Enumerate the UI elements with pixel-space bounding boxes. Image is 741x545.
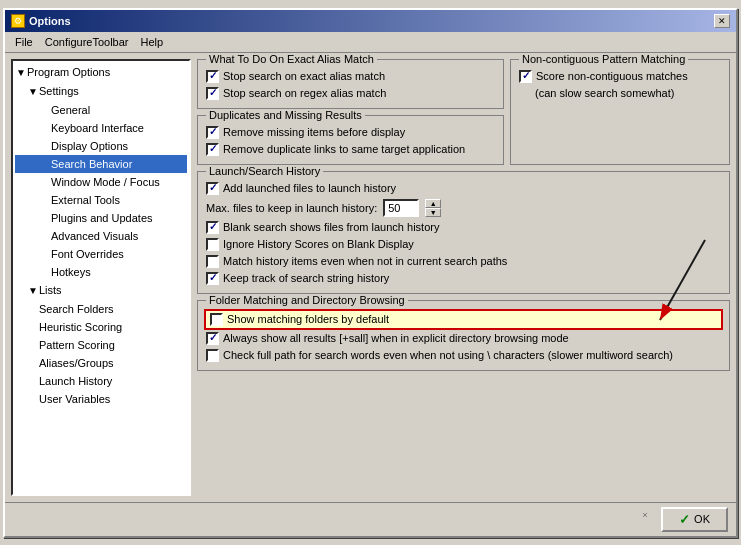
blank-search-label[interactable]: Blank search shows files from launch his… [223, 221, 439, 233]
ignore-scores-checkbox[interactable] [206, 238, 219, 251]
tree-plugins-updates[interactable]: Plugins and Updates [15, 209, 187, 227]
right-wrapper: What To Do On Exact Alias Match Stop sea… [197, 59, 730, 496]
show-matching-row: Show matching folders by default [206, 311, 721, 328]
ignore-scores-label[interactable]: Ignore History Scores on Blank Display [223, 238, 414, 250]
duplicates-group: Duplicates and Missing Results Remove mi… [197, 115, 504, 165]
stop-regex-label[interactable]: Stop search on regex alias match [223, 87, 386, 99]
tree-lists[interactable]: ▼Lists [15, 281, 187, 300]
keep-string-checkbox[interactable] [206, 272, 219, 285]
always-show-checkbox[interactable] [206, 332, 219, 345]
tree-external-tools[interactable]: External Tools [15, 191, 187, 209]
slow-note-label: (can slow search somewhat) [535, 87, 674, 99]
title-bar: ⚙ Options ✕ [5, 10, 736, 32]
blank-search-row: Blank search shows files from launch his… [206, 221, 721, 234]
folder-matching-title: Folder Matching and Directory Browsing [206, 294, 408, 306]
add-launched-row: Add launched files to launch history [206, 182, 721, 195]
menu-help[interactable]: Help [135, 34, 170, 50]
menu-configure-toolbar[interactable]: ConfigureToolbar [39, 34, 135, 50]
non-contiguous-group: Non-contiguous Pattern Matching Score no… [510, 59, 730, 165]
tree-pattern-scoring[interactable]: Pattern Scoring [15, 336, 187, 354]
ignore-scores-row: Ignore History Scores on Blank Display [206, 238, 721, 251]
stop-regex-checkbox[interactable] [206, 87, 219, 100]
spin-buttons: ▲ ▼ [425, 199, 441, 217]
close-button[interactable]: ✕ [714, 14, 730, 28]
max-files-input[interactable] [383, 199, 419, 217]
window-title: Options [29, 15, 71, 27]
keep-string-row: Keep track of search string history [206, 272, 721, 285]
ok-button[interactable]: ✓ OK [661, 507, 728, 532]
tree-settings[interactable]: ▼Settings [15, 82, 187, 101]
exact-alias-group: What To Do On Exact Alias Match Stop sea… [197, 59, 504, 109]
remove-dupe-row: Remove duplicate links to same target ap… [206, 143, 495, 156]
remove-dupe-checkbox[interactable] [206, 143, 219, 156]
spin-down-button[interactable]: ▼ [425, 208, 441, 217]
score-noncontig-checkbox[interactable] [519, 70, 532, 83]
add-launched-label[interactable]: Add launched files to launch history [223, 182, 396, 194]
tree-display-options[interactable]: Display Options [15, 137, 187, 155]
score-noncontig-label[interactable]: Score non-contiguous matches [536, 70, 688, 82]
tree-advanced-visuals[interactable]: Advanced Visuals [15, 227, 187, 245]
tree-search-folders[interactable]: Search Folders [15, 300, 187, 318]
tree-program-options[interactable]: ▼Program Options [15, 63, 187, 82]
menu-file[interactable]: File [9, 34, 39, 50]
resize-grip [643, 513, 655, 525]
max-files-label: Max. files to keep in launch history: [206, 202, 377, 214]
ok-label: OK [694, 513, 710, 525]
check-full-label[interactable]: Check full path for search words even wh… [223, 349, 673, 361]
remove-dupe-label[interactable]: Remove duplicate links to same target ap… [223, 143, 465, 155]
tree-window-mode[interactable]: Window Mode / Focus [15, 173, 187, 191]
window-icon: ⚙ [11, 14, 25, 28]
tree-hotkeys[interactable]: Hotkeys [15, 263, 187, 281]
tree-launch-history[interactable]: Launch History [15, 372, 187, 390]
options-window: ⚙ Options ✕ File ConfigureToolbar Help ▼… [3, 8, 738, 538]
stop-exact-row: Stop search on exact alias match [206, 70, 495, 83]
remove-missing-label[interactable]: Remove missing items before display [223, 126, 405, 138]
check-full-checkbox[interactable] [206, 349, 219, 362]
exact-alias-title: What To Do On Exact Alias Match [206, 53, 377, 65]
right-column: Non-contiguous Pattern Matching Score no… [510, 59, 730, 165]
ok-checkmark: ✓ [679, 512, 690, 527]
folder-matching-group: Folder Matching and Directory Browsing S… [197, 300, 730, 371]
remove-missing-checkbox[interactable] [206, 126, 219, 139]
tree-font-overrides[interactable]: Font Overrides [15, 245, 187, 263]
keep-string-label[interactable]: Keep track of search string history [223, 272, 389, 284]
tree-panel[interactable]: ▼Program Options ▼Settings General Keybo… [11, 59, 191, 496]
max-files-row: Max. files to keep in launch history: ▲ … [206, 199, 721, 217]
always-show-row: Always show all results [+sall] when in … [206, 332, 721, 345]
tree-general[interactable]: General [15, 101, 187, 119]
stop-exact-label[interactable]: Stop search on exact alias match [223, 70, 385, 82]
tree-user-variables[interactable]: User Variables [15, 390, 187, 408]
folder-section: Folder Matching and Directory Browsing S… [197, 300, 730, 371]
non-contiguous-title: Non-contiguous Pattern Matching [519, 53, 688, 65]
content-area: ▼Program Options ▼Settings General Keybo… [5, 53, 736, 502]
bottom-bar: ✓ OK [5, 502, 736, 536]
tree-aliases-groups[interactable]: Aliases/Groups [15, 354, 187, 372]
launch-history-group: Launch/Search History Add launched files… [197, 171, 730, 294]
match-history-checkbox[interactable] [206, 255, 219, 268]
score-noncontig-row: Score non-contiguous matches [519, 70, 721, 83]
show-matching-label[interactable]: Show matching folders by default [227, 313, 389, 325]
add-launched-checkbox[interactable] [206, 182, 219, 195]
title-controls: ✕ [714, 14, 730, 28]
tree-heuristic-scoring[interactable]: Heuristic Scoring [15, 318, 187, 336]
launch-history-title: Launch/Search History [206, 165, 323, 177]
duplicates-title: Duplicates and Missing Results [206, 109, 365, 121]
match-history-label[interactable]: Match history items even when not in cur… [223, 255, 507, 267]
stop-exact-checkbox[interactable] [206, 70, 219, 83]
check-full-row: Check full path for search words even wh… [206, 349, 721, 362]
tree-search-behavior[interactable]: Search Behavior [15, 155, 187, 173]
show-matching-checkbox[interactable] [210, 313, 223, 326]
stop-regex-row: Stop search on regex alias match [206, 87, 495, 100]
tree-keyboard-interface[interactable]: Keyboard Interface [15, 119, 187, 137]
menu-bar: File ConfigureToolbar Help [5, 32, 736, 53]
top-row: What To Do On Exact Alias Match Stop sea… [197, 59, 730, 165]
remove-missing-row: Remove missing items before display [206, 126, 495, 139]
left-column: What To Do On Exact Alias Match Stop sea… [197, 59, 504, 165]
blank-search-checkbox[interactable] [206, 221, 219, 234]
match-history-row: Match history items even when not in cur… [206, 255, 721, 268]
slow-note-row: (can slow search somewhat) [535, 87, 721, 99]
always-show-label[interactable]: Always show all results [+sall] when in … [223, 332, 569, 344]
spin-up-button[interactable]: ▲ [425, 199, 441, 208]
